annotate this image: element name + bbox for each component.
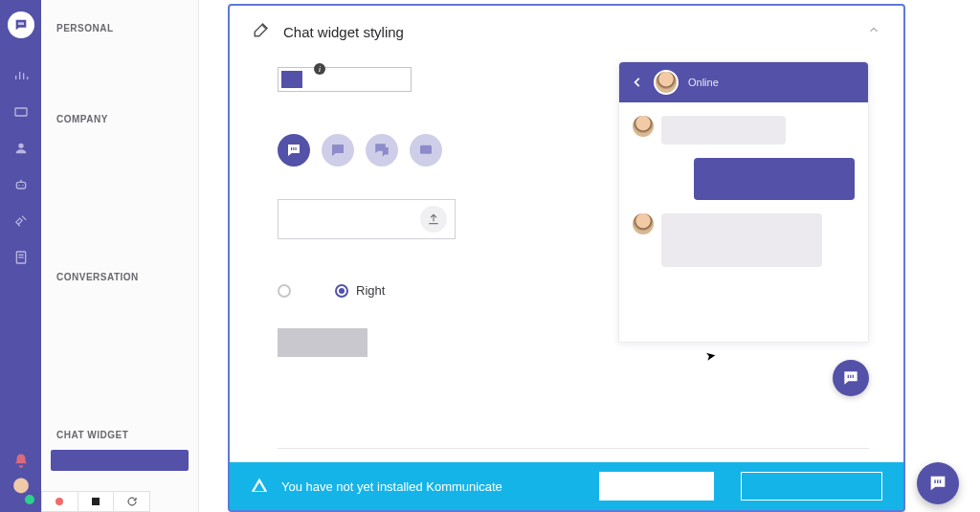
svg-rect-20 (258, 484, 260, 488)
settings-sidebar: PERSONAL COMPANY CONVERSATION CHAT WIDGE… (41, 0, 199, 512)
chat-widget-preview: Online ➤ (618, 61, 869, 396)
chat-widget-styling-card: Chat widget styling i (228, 4, 905, 512)
sidebar-section-company: COMPANY (41, 97, 198, 130)
dashboard-icon[interactable] (12, 67, 30, 84)
svg-rect-3 (15, 108, 27, 116)
svg-rect-15 (296, 147, 297, 150)
svg-rect-19 (853, 375, 854, 378)
agent-status: Online (688, 77, 719, 88)
svg-rect-14 (293, 147, 294, 150)
svg-rect-2 (22, 22, 23, 25)
svg-rect-22 (934, 479, 935, 483)
users-icon[interactable] (12, 140, 30, 157)
sidebar-section-personal: PERSONAL (41, 0, 198, 39)
position-right-radio[interactable]: Right (335, 283, 385, 298)
outgoing-message-bubble (694, 158, 855, 200)
launcher-icon-option-3[interactable] (366, 134, 398, 167)
incoming-message-bubble (661, 213, 822, 267)
primary-color-input[interactable] (278, 67, 412, 92)
profile-avatar[interactable] (8, 478, 34, 504)
svg-rect-23 (937, 479, 938, 483)
svg-rect-24 (940, 479, 941, 483)
sidebar-section-conversation: CONVERSATION (41, 255, 198, 288)
section-divider (278, 448, 869, 449)
stop-button[interactable] (78, 492, 115, 511)
msg-avatar (633, 213, 654, 234)
svg-point-6 (18, 185, 19, 186)
banner-secondary-button[interactable] (741, 472, 882, 501)
info-icon[interactable]: i (314, 63, 325, 75)
edit-icon (253, 21, 270, 42)
sidebar-section-chatwidget: CHAT WIDGET (41, 412, 198, 446)
svg-rect-1 (20, 22, 21, 25)
restart-button[interactable] (114, 492, 149, 511)
card-title: Chat widget styling (283, 24, 404, 40)
launcher-icon-option-2[interactable] (322, 134, 354, 167)
mouse-cursor-icon: ➤ (704, 347, 717, 364)
launcher-icon-option-1[interactable] (278, 134, 310, 167)
svg-point-4 (18, 144, 23, 148)
chat-launcher-preview (833, 360, 869, 396)
main-content: Chat widget styling i (199, 0, 980, 512)
svg-rect-16 (420, 145, 432, 154)
chat-preview-header: Online (619, 62, 868, 102)
banner-text: You have not yet installed Kommunicate (281, 479, 502, 494)
position-right-label: Right (356, 283, 385, 298)
svg-rect-5 (16, 182, 25, 189)
incoming-message-bubble (661, 116, 786, 145)
integrate-icon[interactable] (12, 212, 30, 230)
left-rail (0, 0, 41, 512)
custom-icon-upload[interactable] (278, 199, 456, 239)
install-banner: You have not yet installed Kommunicate (230, 462, 903, 510)
docs-icon[interactable] (12, 249, 30, 266)
position-left-radio[interactable] (278, 284, 299, 298)
msg-avatar (633, 116, 654, 137)
svg-rect-17 (848, 375, 849, 378)
svg-rect-13 (291, 147, 292, 150)
screen-recorder-bar (41, 491, 150, 512)
notifications-icon[interactable] (12, 453, 30, 470)
warning-icon (251, 477, 268, 497)
record-button[interactable] (42, 492, 78, 511)
launcher-icon-option-4[interactable] (410, 134, 442, 167)
color-swatch (281, 71, 302, 88)
svg-point-7 (22, 185, 23, 186)
chat-back-icon[interactable] (631, 72, 644, 94)
brand-logo[interactable] (8, 11, 34, 38)
svg-rect-18 (850, 375, 851, 378)
bot-icon[interactable] (12, 176, 30, 193)
help-chat-launcher[interactable] (917, 462, 959, 504)
upload-icon[interactable] (420, 206, 447, 233)
svg-rect-0 (18, 22, 19, 25)
banner-install-button[interactable] (599, 472, 714, 501)
svg-rect-21 (258, 488, 260, 490)
save-button[interactable] (278, 328, 368, 357)
sidebar-item-active[interactable] (51, 450, 189, 471)
conversations-icon[interactable] (12, 103, 30, 121)
agent-avatar (654, 70, 679, 95)
chevron-up-icon[interactable] (867, 23, 880, 40)
